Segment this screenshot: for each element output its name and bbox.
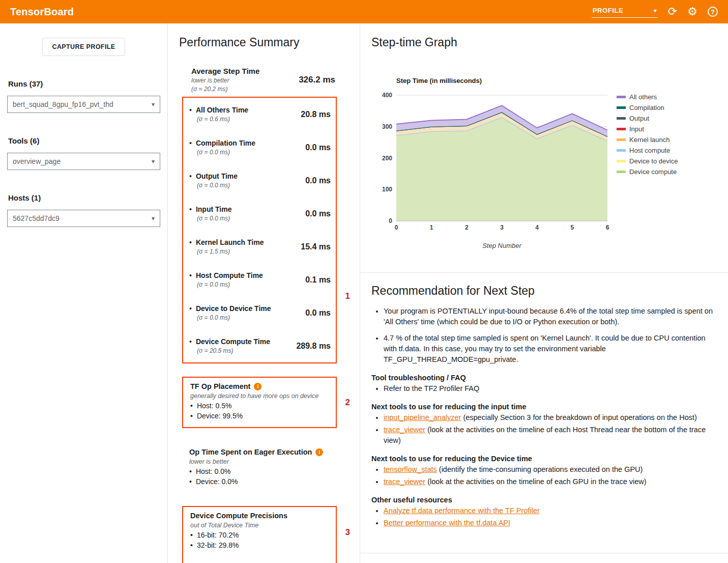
legend-label: Kernel launch bbox=[629, 136, 670, 144]
svg-text:0: 0 bbox=[395, 224, 398, 231]
dashboard-selector-value: PROFILE bbox=[593, 7, 624, 14]
settings-gear-icon[interactable]: ⚙ bbox=[687, 6, 697, 17]
annotation-box-3: Device Compute Precisions out of Total D… bbox=[182, 506, 337, 563]
metric-sigma: (σ = 0.0 ms) bbox=[197, 314, 271, 321]
legend-label: Host compute bbox=[629, 147, 670, 154]
recommendation-section-list: input_pipeline_analyzer (especially Sect… bbox=[371, 412, 715, 446]
svg-text:5: 5 bbox=[570, 224, 574, 231]
recommendation-link[interactable]: trace_viewer bbox=[384, 426, 425, 434]
performance-summary-panel: Performance Summary Average Step Time lo… bbox=[168, 23, 360, 563]
tf-op-placement-title-text: TF Op Placement bbox=[190, 382, 250, 390]
average-step-time-labels: Average Step Time lower is better (σ = 2… bbox=[191, 67, 259, 93]
recommendation-section-list: Analyze tf.data performance with the TF … bbox=[371, 505, 715, 528]
metric-label: •Kernel Launch Time bbox=[189, 238, 264, 246]
legend-swatch bbox=[617, 117, 626, 120]
legend-swatch bbox=[617, 160, 626, 162]
recommendation-link[interactable]: input_pipeline_analyzer bbox=[384, 413, 461, 421]
stat-item: Host: 0.0% bbox=[189, 467, 331, 477]
metric-row: •Kernel Launch Time(σ = 1.5 ms)15.4 ms bbox=[183, 230, 336, 263]
chevron-down-icon: ▾ bbox=[654, 7, 657, 14]
legend-label: All others bbox=[629, 93, 657, 101]
legend-swatch bbox=[617, 106, 626, 109]
eager-execution-title: Op Time Spent on Eager Execution i bbox=[189, 448, 331, 456]
recommendation-section-heading: Next tools to use for reducing the input… bbox=[371, 403, 715, 411]
metric-value: 20.8 ms bbox=[301, 110, 331, 119]
metric-sigma: (σ = 20.5 ms) bbox=[197, 347, 270, 354]
recommendation-link[interactable]: Better performance with the tf.data API bbox=[384, 519, 510, 527]
recommendation-item: input_pipeline_analyzer (especially Sect… bbox=[384, 412, 715, 423]
metric-label: •Output Time bbox=[189, 172, 238, 180]
average-step-time-label: Average Step Time bbox=[191, 67, 259, 75]
metric-label: •Device Compute Time bbox=[189, 337, 270, 346]
recommendation-link[interactable]: Analyze tf.data performance with the TF … bbox=[384, 506, 540, 515]
metric-sigma: (σ = 0.0 ms) bbox=[197, 149, 255, 156]
stat-item: 16-bit: 70.2% bbox=[190, 530, 330, 541]
svg-text:Step Number: Step Number bbox=[482, 242, 521, 249]
recommendation-item: Analyze tf.data performance with the TF … bbox=[384, 505, 715, 516]
tools-label: Tools (6) bbox=[8, 136, 159, 145]
metric-row: •Input Time(σ = 0.0 ms)0.0 ms bbox=[183, 197, 336, 230]
recommendation-section-heading: Next tools to use for reducing the Devic… bbox=[371, 455, 715, 463]
svg-text:4: 4 bbox=[535, 224, 539, 231]
recommendation-section: Next tools to use for reducing the input… bbox=[371, 403, 715, 446]
recommendation-item: Better performance with the tf.data API bbox=[384, 518, 715, 528]
metric-value: 0.1 ms bbox=[305, 275, 331, 285]
legend-label: Output bbox=[629, 115, 649, 122]
stat-item: Device: 0.0% bbox=[189, 477, 331, 487]
eager-items: Host: 0.0%Device: 0.0% bbox=[189, 467, 331, 487]
reload-icon[interactable]: ⟳ bbox=[668, 6, 677, 17]
header-actions: PROFILE ▾ ⟳ ⚙ ? bbox=[592, 6, 718, 18]
runs-label: Runs (37) bbox=[8, 79, 159, 88]
right-panel: Step-time Graph Step Time (in millisecon… bbox=[360, 23, 728, 563]
annotation-number-3: 3 bbox=[345, 527, 350, 538]
step-time-chart: Step Time (in milliseconds)0100200300400… bbox=[373, 73, 689, 256]
capture-profile-button[interactable]: CAPTURE PROFILE bbox=[42, 38, 125, 56]
tools-select-value: overview_page bbox=[13, 157, 61, 165]
tf-op-items: Host: 0.5%Device: 99.5% bbox=[190, 401, 330, 421]
info-icon[interactable]: i bbox=[254, 383, 261, 390]
svg-text:1: 1 bbox=[430, 224, 433, 231]
metric-row: •Device Compute Time(σ = 20.5 ms)289.8 m… bbox=[183, 329, 336, 362]
hosts-label: Hosts (1) bbox=[8, 193, 159, 202]
metric-label: •Device to Device Time bbox=[189, 304, 271, 313]
legend-swatch bbox=[617, 149, 626, 152]
metrics-list: •All Others Time(σ = 0.6 ms)20.8 ms•Comp… bbox=[183, 98, 336, 362]
recommendation-section: Other useful resourcesAnalyze tf.data pe… bbox=[371, 496, 715, 528]
info-icon[interactable]: i bbox=[315, 448, 323, 456]
legend-label: Input bbox=[629, 125, 644, 133]
average-step-time: Average Step Time lower is better (σ = 2… bbox=[191, 67, 335, 93]
device-precisions-block: Device Compute Precisions out of Total D… bbox=[183, 507, 336, 556]
annotation-number-2: 2 bbox=[345, 398, 350, 408]
eager-execution-note: lower is better bbox=[189, 458, 331, 465]
metric-sigma: (σ = 0.6 ms) bbox=[197, 116, 248, 123]
recommendation-item: trace_viewer (look at the activities on … bbox=[384, 476, 715, 487]
recommendation-section-heading: Other useful resources bbox=[371, 496, 715, 504]
metric-row: •Device to Device Time(σ = 0.0 ms)0.0 ms bbox=[183, 296, 336, 329]
metric-value: 0.0 ms bbox=[305, 308, 331, 318]
metric-sigma: (σ = 1.5 ms) bbox=[197, 248, 264, 255]
recommendation-link[interactable]: trace_viewer bbox=[384, 477, 425, 486]
recommendation-link[interactable]: tensorflow_stats bbox=[384, 465, 437, 473]
legend-swatch bbox=[617, 138, 626, 141]
recommendation-section-list: tensorflow_stats (identify the time-cons… bbox=[371, 464, 715, 487]
recommendation-section: Tool troubleshooting / FAQRefer to the T… bbox=[371, 374, 715, 394]
recommendation-section-heading: Tool troubleshooting / FAQ bbox=[371, 374, 715, 382]
dashboard-selector[interactable]: PROFILE ▾ bbox=[592, 6, 658, 18]
eager-execution-block: Op Time Spent on Eager Execution i lower… bbox=[182, 443, 337, 493]
hosts-select[interactable]: 5627c5dd7dc9 ▾ bbox=[7, 210, 160, 227]
performance-summary-title: Performance Summary bbox=[179, 36, 360, 49]
recommendation-item: 4.7 % of the total step time sampled is … bbox=[384, 333, 715, 365]
recommendation-section-list: Refer to the TF2 Profiler FAQ bbox=[371, 383, 715, 394]
recommendation-item: trace_viewer (look at the activities on … bbox=[384, 425, 715, 446]
tf-op-placement-note: generally desired to have more ops on de… bbox=[190, 392, 330, 400]
chevron-down-icon: ▾ bbox=[152, 158, 155, 165]
tools-select[interactable]: overview_page ▾ bbox=[7, 153, 160, 170]
metric-sigma: (σ = 0.0 ms) bbox=[197, 215, 231, 222]
metric-value: 0.0 ms bbox=[305, 176, 331, 185]
runs-select[interactable]: bert_squad_8gpu_fp16_pvt_thd ▾ bbox=[7, 96, 160, 113]
metric-value: 0.0 ms bbox=[305, 143, 331, 152]
app-title: TensorBoard bbox=[10, 6, 74, 18]
metric-label: •Compilation Time bbox=[189, 139, 255, 147]
help-icon[interactable]: ? bbox=[708, 7, 718, 17]
svg-text:300: 300 bbox=[382, 123, 392, 130]
